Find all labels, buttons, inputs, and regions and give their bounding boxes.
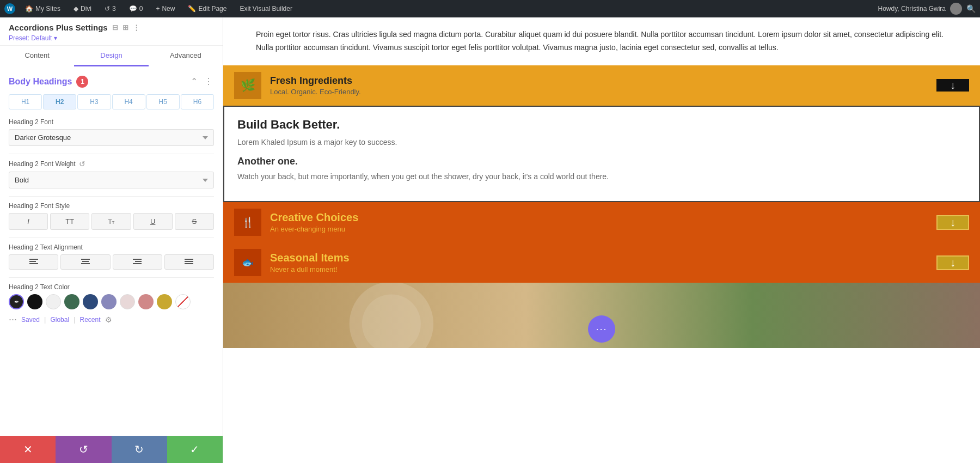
underline-button[interactable]: U xyxy=(133,213,173,230)
color-saved-link[interactable]: Saved xyxy=(21,316,40,324)
tab-content[interactable]: Content xyxy=(0,46,74,66)
color-swatches: ✒ xyxy=(9,294,214,309)
eyedropper-swatch[interactable]: ✒ xyxy=(9,294,24,309)
panel-window-icon[interactable]: ⊟ xyxy=(112,23,118,32)
accordion-arrow-3[interactable]: ↓ xyxy=(936,255,969,270)
intro-text: Proin eget tortor risus. Cras ultricies … xyxy=(223,17,980,65)
heading2-weight-label: Heading 2 Font Weight ↺ xyxy=(9,160,214,168)
home-icon: 🏠 xyxy=(25,5,33,13)
strikethrough-button[interactable]: S xyxy=(175,213,214,230)
accordion-title-3: Seasonal Items xyxy=(270,252,928,264)
content-area: Proin eget tortor risus. Cras ultricies … xyxy=(223,17,980,463)
section-collapse-btn[interactable]: ⌃ xyxy=(189,75,199,88)
edit-page-button[interactable]: ✏️ Edit Page xyxy=(185,3,230,15)
eyedropper-icon: ✒ xyxy=(14,298,19,306)
accordion-title-block-1: Fresh Ingredients Local. Organic. Eco-Fr… xyxy=(261,75,936,96)
heading-tab-h6[interactable]: H6 xyxy=(181,94,214,109)
wordpress-logo[interactable]: W xyxy=(4,3,15,14)
section-title: Body Headings 1 xyxy=(9,76,88,88)
svg-rect-2 xyxy=(29,263,38,264)
color-more-dots[interactable]: ··· xyxy=(9,314,17,325)
align-center-button[interactable] xyxy=(60,254,110,270)
color-global-link[interactable]: Global xyxy=(50,316,69,324)
panel-more-icon[interactable]: ⋮ xyxy=(133,23,140,32)
accordion-header-3[interactable]: 🐟 Seasonal Items Never a dull moment! ↓ xyxy=(223,242,980,283)
heading2-color-label: Heading 2 Text Color xyxy=(9,283,214,291)
svg-rect-13 xyxy=(185,261,193,262)
black-swatch[interactable] xyxy=(27,294,42,309)
italic-button[interactable]: I xyxy=(9,213,48,230)
color-actions: ··· Saved | Global | Recent ⚙ xyxy=(9,314,214,325)
align-justify-icon xyxy=(185,259,193,265)
divi-menu[interactable]: ◆ Divi xyxy=(70,3,95,15)
bottom-action-bar: ✕ ↺ ↻ ✓ xyxy=(0,436,223,463)
heading2-alignment-group: Heading 2 Text Alignment xyxy=(9,243,214,270)
accordion-subtitle-2: An ever-changing menu xyxy=(270,225,928,233)
gold-swatch[interactable] xyxy=(157,294,172,309)
avatar[interactable] xyxy=(950,3,962,15)
exit-builder-button[interactable]: Exit Visual Builder xyxy=(236,3,296,15)
panel-title-text: Accordions Plus Settings xyxy=(9,23,108,32)
new-label: New xyxy=(162,5,175,13)
my-sites-label: My Sites xyxy=(35,5,60,13)
align-right-button[interactable] xyxy=(113,254,162,270)
top-bar-right: Howdy, Christina Gwira 🔍 xyxy=(878,3,976,15)
align-left-button[interactable] xyxy=(9,254,58,270)
salmon-swatch[interactable] xyxy=(138,294,154,309)
align-justify-button[interactable] xyxy=(164,254,214,270)
panel-tabs: Content Design Advanced xyxy=(0,46,223,66)
heading2-font-label: Heading 2 Font xyxy=(9,118,214,126)
new-menu[interactable]: + New xyxy=(152,3,178,15)
accordion-body-p1-1: Lorem Khaled Ipsum is a major key to suc… xyxy=(237,136,966,148)
light-pink-swatch[interactable] xyxy=(120,294,135,309)
accordion-header-1[interactable]: 🌿 Fresh Ingredients Local. Organic. Eco-… xyxy=(223,65,980,106)
accordion-arrow-1[interactable]: ↓ xyxy=(936,79,969,92)
color-recent-link[interactable]: Recent xyxy=(80,316,101,324)
section-more-btn[interactable]: ⋮ xyxy=(203,75,214,88)
heading-tab-h5[interactable]: H5 xyxy=(146,94,180,109)
tab-design[interactable]: Design xyxy=(74,46,148,66)
white-swatch[interactable] xyxy=(46,294,61,309)
image-overlay-dots-button[interactable]: ··· xyxy=(588,315,615,343)
dark-green-swatch[interactable] xyxy=(64,294,79,309)
svg-rect-12 xyxy=(185,259,193,260)
my-sites-menu[interactable]: 🏠 My Sites xyxy=(22,3,64,15)
panel-preset[interactable]: Preset: Default ▾ xyxy=(9,34,214,42)
sync-icon: ↺ xyxy=(105,5,110,13)
smallcaps-upper-button[interactable]: TT xyxy=(50,213,89,230)
redo-button[interactable]: ↻ xyxy=(112,436,167,463)
heading-tab-h3[interactable]: H3 xyxy=(77,94,111,109)
heading2-style-label: Heading 2 Font Style xyxy=(9,202,214,210)
align-left-icon xyxy=(29,259,38,265)
tab-advanced[interactable]: Advanced xyxy=(149,46,223,66)
smallcaps-lower-button[interactable]: Tt xyxy=(91,213,131,230)
heading-tab-h2[interactable]: H2 xyxy=(43,94,76,109)
comments-count: 3 xyxy=(112,5,116,13)
search-icon[interactable]: 🔍 xyxy=(966,4,976,13)
heading-tab-h4[interactable]: H4 xyxy=(112,94,145,109)
dark-blue-swatch[interactable] xyxy=(83,294,98,309)
panel-grid-icon[interactable]: ⊞ xyxy=(122,23,128,32)
heading2-style-group: Heading 2 Font Style I TT Tt U S xyxy=(9,202,214,230)
svg-rect-1 xyxy=(29,261,36,262)
slash-red-swatch[interactable] xyxy=(175,294,191,309)
heading2-font-select[interactable]: Darker Grotesque xyxy=(9,129,214,146)
fork-icon: 🍴 xyxy=(242,216,254,228)
comments-menu[interactable]: ↺ 3 xyxy=(101,3,119,15)
heading2-weight-select[interactable]: Bold Normal Thin xyxy=(9,172,214,188)
accordion-header-2[interactable]: 🍴 Creative Choices An ever-changing menu… xyxy=(223,202,980,242)
divider-4 xyxy=(9,277,214,278)
color-gear-icon[interactable]: ⚙ xyxy=(105,315,112,324)
section-title-text: Body Headings xyxy=(9,77,72,87)
lavender-swatch[interactable] xyxy=(101,294,117,309)
weight-reset-icon[interactable]: ↺ xyxy=(79,160,85,168)
confirm-button[interactable]: ✓ xyxy=(167,436,223,463)
divider-1 xyxy=(9,154,214,154)
cancel-button[interactable]: ✕ xyxy=(0,436,56,463)
top-bar: W 🏠 My Sites ◆ Divi ↺ 3 💬 0 + New ✏️ Edi… xyxy=(0,0,980,17)
accordion-arrow-2[interactable]: ↓ xyxy=(936,215,969,230)
heading-tab-h1[interactable]: H1 xyxy=(9,94,42,109)
comments-bubble[interactable]: 💬 0 xyxy=(126,3,146,15)
accordion-subtitle-3: Never a dull moment! xyxy=(270,265,928,273)
undo-button[interactable]: ↺ xyxy=(56,436,111,463)
